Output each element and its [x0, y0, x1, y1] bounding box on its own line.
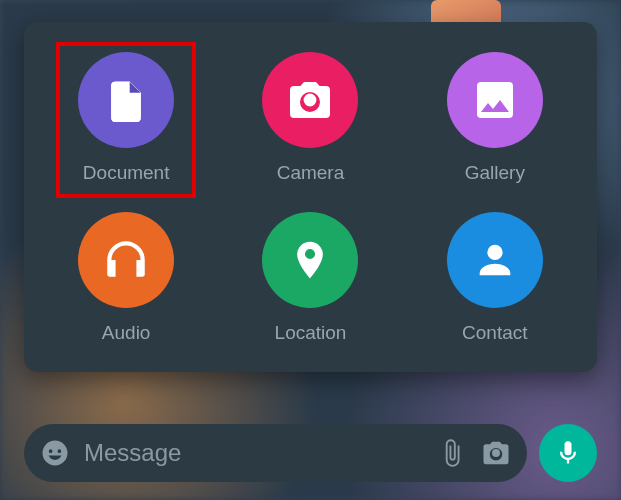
attach-document-label: Document: [83, 162, 170, 184]
emoji-icon[interactable]: [40, 438, 70, 468]
message-input[interactable]: Message: [24, 424, 527, 482]
location-pin-icon: [262, 212, 358, 308]
attach-contact-label: Contact: [462, 322, 527, 344]
attach-audio-label: Audio: [102, 322, 151, 344]
attachment-grid: Document Camera Gallery Audio Location: [44, 52, 577, 344]
headphones-icon: [78, 212, 174, 308]
message-input-bar: Message: [24, 424, 597, 482]
camera-input-icon[interactable]: [481, 438, 511, 468]
attach-icon[interactable]: [437, 438, 467, 468]
attach-audio[interactable]: Audio: [56, 212, 196, 344]
attach-gallery-label: Gallery: [465, 162, 525, 184]
attach-location[interactable]: Location: [240, 212, 380, 344]
attachment-panel: Document Camera Gallery Audio Location: [24, 22, 597, 372]
gallery-icon: [447, 52, 543, 148]
attach-location-label: Location: [275, 322, 347, 344]
camera-icon: [262, 52, 358, 148]
attach-contact[interactable]: Contact: [425, 212, 565, 344]
attach-camera-label: Camera: [277, 162, 345, 184]
attach-document[interactable]: Document: [56, 42, 196, 198]
mic-icon: [554, 439, 582, 467]
attach-camera[interactable]: Camera: [240, 52, 380, 184]
message-placeholder: Message: [84, 439, 423, 467]
voice-message-button[interactable]: [539, 424, 597, 482]
attach-gallery[interactable]: Gallery: [425, 52, 565, 184]
document-icon: [78, 52, 174, 148]
person-icon: [447, 212, 543, 308]
